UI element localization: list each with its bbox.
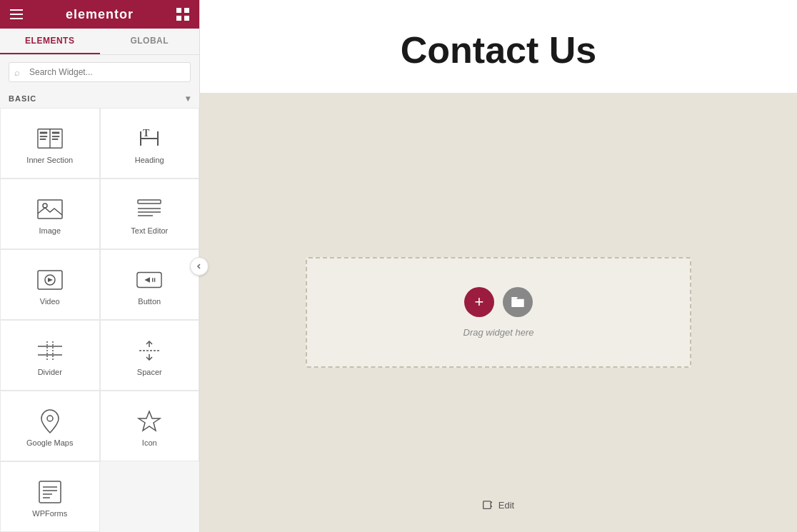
widget-text-editor-label: Text Editor (131, 226, 168, 235)
svg-rect-14 (52, 139, 59, 140)
image-icon (37, 196, 63, 222)
widget-icon[interactable]: Icon (100, 391, 200, 461)
heading-icon: T (136, 126, 162, 151)
button-icon (136, 267, 162, 293)
widget-inner-section[interactable]: Inner Section (0, 108, 100, 179)
chevron-down-icon[interactable]: ▾ (186, 94, 191, 104)
svg-rect-1 (10, 14, 23, 15)
widget-inner-section-label: Inner Section (26, 156, 73, 164)
svg-rect-19 (38, 200, 62, 219)
search-bar: ⌕ (0, 55, 199, 89)
svg-point-39 (47, 416, 53, 421)
widget-wpforms-label: WPForms (32, 509, 67, 518)
svg-rect-3 (176, 8, 181, 13)
text-editor-icon (136, 196, 162, 222)
svg-rect-10 (40, 136, 47, 137)
svg-rect-5 (176, 16, 181, 21)
logo: elementor (66, 7, 134, 22)
divider-icon (37, 338, 63, 363)
widget-image[interactable]: Image (0, 179, 100, 249)
basic-section-header: BASIC ▾ (0, 89, 199, 108)
svg-rect-41 (39, 481, 61, 503)
widget-divider-label: Divider (38, 368, 62, 376)
drop-zone-text: Drag widget here (463, 327, 534, 338)
google-maps-icon (37, 408, 63, 434)
svg-rect-13 (52, 136, 59, 137)
canvas-content: + Drag widget here Edit (200, 93, 797, 532)
template-library-button[interactable] (503, 287, 533, 317)
edit-bar[interactable]: Edit (483, 500, 514, 511)
widget-wpforms[interactable]: WPForms (0, 461, 100, 532)
widget-spacer[interactable]: Spacer (100, 320, 200, 391)
inner-section-icon (37, 126, 63, 151)
widget-heading-label: Heading (135, 156, 164, 164)
search-icon: ⌕ (14, 67, 20, 78)
collapse-panel-button[interactable] (190, 257, 209, 276)
svg-rect-4 (184, 8, 189, 13)
wpforms-icon (37, 479, 63, 505)
widget-video-label: Video (40, 297, 60, 306)
svg-rect-6 (184, 16, 189, 21)
widget-image-label: Image (39, 226, 61, 235)
svg-rect-21 (138, 200, 161, 204)
widget-button[interactable]: Button (100, 249, 200, 320)
left-panel: elementor ELEMENTS GLOBAL ⌕ BASIC ▾ (0, 0, 200, 532)
tabs: ELEMENTS GLOBAL (0, 29, 199, 55)
widget-heading[interactable]: T Heading (100, 108, 200, 179)
tab-elements[interactable]: ELEMENTS (0, 29, 100, 54)
basic-section-label: BASIC (9, 94, 36, 103)
svg-marker-27 (48, 278, 53, 282)
svg-rect-46 (511, 299, 524, 307)
svg-rect-12 (52, 131, 59, 134)
spacer-icon (136, 338, 162, 363)
hamburger-icon[interactable] (10, 8, 23, 21)
main-canvas: Contact Us + Drag widget here (200, 0, 797, 532)
grid-icon[interactable] (176, 8, 189, 21)
page-title-section: Contact Us (200, 0, 797, 93)
icon-widget-icon (136, 408, 162, 434)
add-widget-button[interactable]: + (464, 287, 494, 317)
widget-icon-label: Icon (142, 438, 157, 447)
edit-icon (483, 501, 493, 511)
widget-google-maps[interactable]: Google Maps (0, 391, 100, 461)
edit-label: Edit (498, 500, 514, 511)
top-bar: elementor (0, 0, 199, 29)
svg-rect-9 (40, 131, 47, 134)
widget-text-editor[interactable]: Text Editor (100, 179, 200, 249)
widget-google-maps-label: Google Maps (26, 438, 73, 447)
widget-spacer-label: Spacer (137, 368, 162, 376)
page-title: Contact Us (401, 29, 596, 71)
svg-rect-0 (10, 9, 23, 11)
svg-text:T: T (143, 128, 150, 139)
tab-global[interactable]: GLOBAL (100, 29, 200, 54)
svg-marker-40 (139, 411, 160, 431)
widget-divider[interactable]: Divider (0, 320, 100, 391)
svg-rect-11 (40, 139, 46, 140)
drop-actions: + (464, 287, 533, 317)
widget-grid: Inner Section T Heading (0, 108, 199, 532)
svg-rect-47 (483, 501, 491, 508)
widget-button-label: Button (138, 297, 161, 306)
search-input[interactable] (9, 62, 191, 82)
drop-zone[interactable]: + Drag widget here (306, 257, 691, 368)
widget-video[interactable]: Video (0, 249, 100, 320)
video-icon (37, 267, 63, 293)
svg-rect-2 (10, 18, 23, 19)
svg-marker-29 (145, 277, 151, 283)
